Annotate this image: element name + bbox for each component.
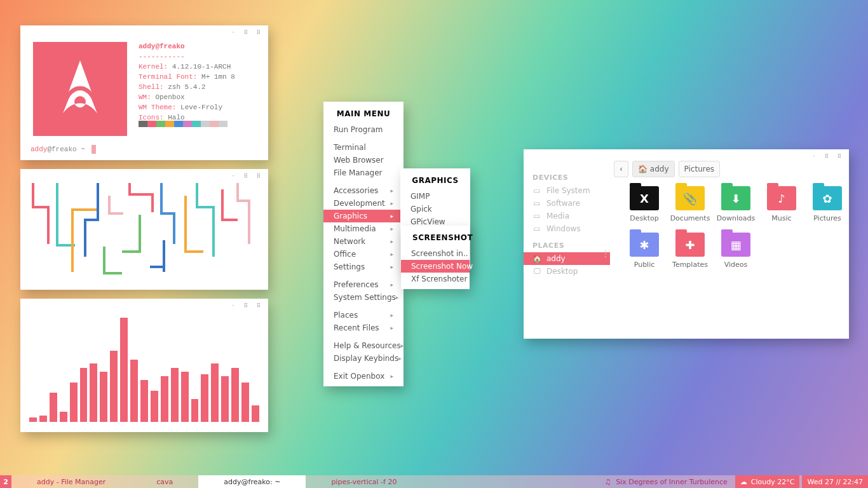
menu-item[interactable]: System Settings▸: [323, 291, 403, 304]
folder-item[interactable]: ▦Videos: [714, 233, 757, 269]
drive-icon: ▭: [532, 199, 541, 208]
menu-title: GRAPHICS: [400, 168, 470, 190]
sidebar-place[interactable]: 🖵Desktop: [524, 265, 610, 278]
system-tray: ♫ Six Degrees of Inner Turbulence ☁ Clou…: [599, 475, 868, 488]
menu-item[interactable]: Multimedia▸: [323, 222, 403, 235]
menu-item[interactable]: GIMP: [400, 190, 470, 203]
menu-item[interactable]: Web Browser: [323, 154, 403, 166]
folder-item[interactable]: ♪Music: [760, 186, 803, 222]
folder-item[interactable]: ✱Public: [623, 233, 666, 269]
taskbar-task[interactable]: cava: [131, 475, 198, 488]
menu-item[interactable]: Screenshot Now: [401, 260, 470, 273]
menu-item[interactable]: File Manager: [323, 166, 403, 179]
audio-bar: [70, 383, 78, 422]
main-context-menu[interactable]: MAIN MENU Run ProgramTerminalWeb Browser…: [323, 102, 403, 386]
window-maximize-icon[interactable]: ⠿: [822, 153, 831, 159]
menu-item[interactable]: Recent Files▸: [323, 322, 403, 334]
workspace-indicator[interactable]: 2: [0, 475, 11, 488]
folder-item[interactable]: ✚Templates: [668, 233, 712, 269]
color-swatch: [174, 121, 183, 127]
menu-item[interactable]: Run Program: [323, 123, 403, 136]
back-button[interactable]: ‹: [614, 161, 628, 177]
taskbar-task[interactable]: addy@freako: ~: [198, 475, 306, 488]
color-swatch: [139, 121, 147, 127]
taskbar-task[interactable]: pipes-vertical -f 20: [306, 475, 422, 488]
now-playing-title: Six Degrees of Inner Turbulence: [616, 478, 728, 486]
sidebar-device[interactable]: ▭File System: [524, 184, 610, 197]
window-maximize-icon[interactable]: ⠿: [241, 173, 250, 179]
sysinfo-line: Terminal Font: M+ 1mn 8: [139, 72, 235, 83]
menu-item[interactable]: Gpick: [400, 203, 470, 215]
audio-bar: [100, 372, 107, 422]
audio-bar: [39, 416, 47, 422]
sidebar-device[interactable]: ▭Windows: [524, 222, 610, 235]
sidebar-place[interactable]: 🏠addy: [524, 252, 610, 265]
breadcrumb-current[interactable]: Pictures: [679, 161, 721, 177]
folder-item[interactable]: ✿Pictures: [806, 186, 849, 222]
window-minimize-icon[interactable]: ·: [229, 173, 238, 179]
window-minimize-icon[interactable]: ·: [810, 153, 818, 159]
menu-item[interactable]: Display Keybinds▸: [323, 352, 403, 365]
folder-item[interactable]: 📎Documents: [668, 186, 712, 222]
file-manager-window: · ⠿ ⠿ DEVICES ▭File System▭Software▭Medi…: [524, 149, 849, 339]
audio-bar: [191, 399, 199, 422]
window-minimize-icon[interactable]: ·: [229, 302, 238, 309]
shell-prompt[interactable]: addy@freako ~: [31, 145, 96, 154]
sysinfo-text: addy@freako ----------- Kernel: 4.12.10-…: [139, 42, 235, 123]
menu-item[interactable]: Accessories▸: [323, 184, 403, 197]
menu-item[interactable]: Xf Screnshoter: [401, 273, 470, 285]
folder-item[interactable]: ⬇Downloads: [714, 186, 757, 222]
fm-toolbar: ‹ 🏠 addy Pictures: [614, 161, 720, 177]
audio-bar: [151, 391, 158, 422]
color-swatch: [156, 121, 165, 127]
sysinfo-line: WM Theme: Leve-Froly: [139, 103, 235, 113]
menu-item[interactable]: Graphics▸: [323, 210, 403, 222]
window-maximize-icon[interactable]: ⠿: [241, 302, 250, 309]
drive-icon: ▭: [532, 186, 541, 195]
breadcrumb-home[interactable]: 🏠 addy: [632, 161, 675, 177]
menu-item[interactable]: Network▸: [323, 235, 403, 248]
color-swatch: [219, 121, 227, 127]
arch-logo: [33, 42, 127, 136]
menu-item[interactable]: Office▸: [323, 248, 403, 261]
folder-grid: XDesktop📎Documents⬇Downloads♪Music✿Pictu…: [623, 186, 849, 269]
now-playing[interactable]: ♫ Six Degrees of Inner Turbulence: [599, 475, 732, 488]
sysinfo-line: WM: Openbox: [139, 93, 235, 103]
taskbar-task[interactable]: addy - File Manager: [11, 475, 131, 488]
sidebar-overflow-icon[interactable]: ⋮: [601, 252, 610, 255]
audio-bar: [252, 405, 259, 422]
folder-icon: ✿: [813, 186, 842, 210]
screenshot-submenu[interactable]: SCREENSHOT Screenshot in..Screenshot Now…: [401, 226, 470, 289]
window-close-icon[interactable]: ⠿: [254, 173, 263, 179]
cloud-icon: ☁: [740, 478, 747, 486]
menu-item[interactable]: Terminal: [323, 141, 403, 154]
sidebar-device[interactable]: ▭Software: [524, 197, 610, 210]
window-minimize-icon[interactable]: ·: [229, 29, 238, 36]
menu-item[interactable]: Screenshot in..: [401, 247, 470, 260]
clock-widget[interactable]: Wed 27 // 22:47: [802, 475, 868, 488]
menu-item[interactable]: Help & Resources▸: [323, 339, 403, 352]
weather-widget[interactable]: ☁ Cloudy 22°C: [735, 475, 800, 488]
folder-item[interactable]: XDesktop: [623, 186, 666, 222]
audio-bar: [120, 318, 128, 422]
menu-item[interactable]: Development▸: [323, 197, 403, 210]
window-close-icon[interactable]: ⠿: [254, 302, 263, 309]
audio-bar: [161, 376, 168, 422]
window-close-icon[interactable]: ⠿: [835, 153, 844, 159]
pipes-terminal-window: · ⠿ ⠿: [20, 169, 268, 290]
sidebar-device[interactable]: ▭Media: [524, 210, 610, 222]
window-maximize-icon[interactable]: ⠿: [241, 29, 250, 36]
sysinfo-line: Kernel: 4.12.10-1-ARCH: [139, 62, 235, 72]
color-swatch: [192, 121, 201, 127]
menu-item[interactable]: Places▸: [323, 309, 403, 322]
audio-bar: [171, 368, 179, 422]
menu-item[interactable]: Exit Openbox▸: [323, 370, 403, 383]
audio-bar: [130, 360, 138, 422]
pipes-visual: [27, 183, 262, 283]
folder-icon: ♪: [767, 186, 796, 210]
menu-item[interactable]: Settings▸: [323, 261, 403, 273]
audio-bar: [29, 417, 37, 422]
menu-item[interactable]: Preferences▸: [323, 278, 403, 291]
window-close-icon[interactable]: ⠿: [254, 29, 263, 36]
audio-bars: [29, 318, 259, 422]
